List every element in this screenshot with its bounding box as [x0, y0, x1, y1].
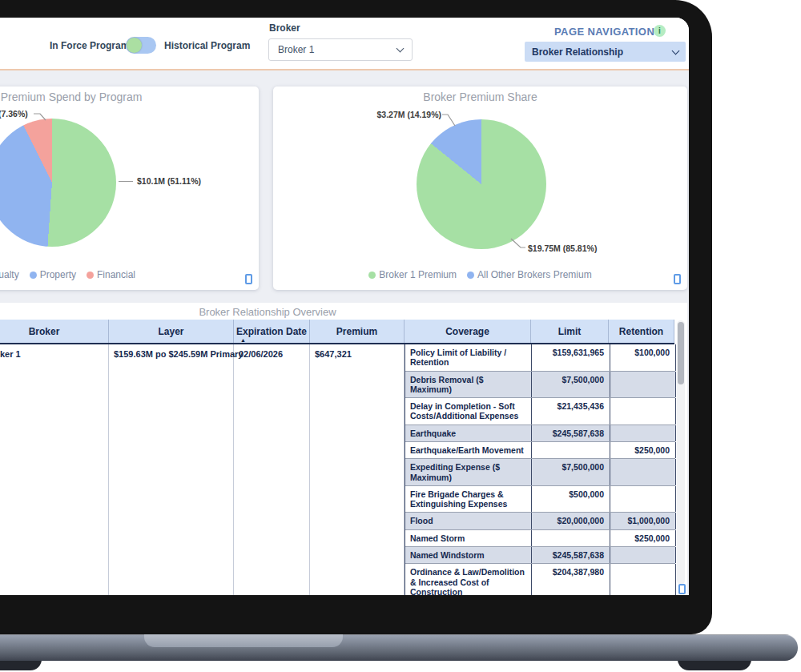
- legend-item[interactable]: Casualty: [0, 269, 19, 280]
- column-header-layer[interactable]: Layer: [109, 320, 234, 343]
- legend-item[interactable]: Broker 1 Premium: [368, 269, 457, 280]
- pie-slice-label: $10.1M (51.11%): [137, 176, 201, 186]
- page-navigation-dropdown[interactable]: Broker Relationship: [525, 42, 686, 62]
- broker-field-label: Broker: [269, 22, 300, 34]
- coverage-row: Earthquake/Earth Movement$250,000: [405, 442, 675, 459]
- column-header-broker[interactable]: Broker: [0, 320, 109, 343]
- program-toggle-knob[interactable]: [127, 38, 142, 53]
- coverage-row: Flood$20,000,000$1,000,000: [405, 513, 675, 529]
- retention-value: $250,000: [610, 530, 676, 546]
- coverage-name: Delay in Completion - Soft Costs/Additio…: [405, 398, 532, 425]
- retention-value: $100,000: [610, 344, 676, 371]
- coverage-name: Named Windstorm: [405, 547, 532, 563]
- chevron-down-icon: [396, 45, 405, 53]
- column-header-expiration-date[interactable]: Expiration Date ▲: [234, 320, 310, 343]
- coverage-row: Debris Removal ($ Maximum)$7,500,000: [405, 372, 675, 399]
- limit-value: [532, 442, 610, 458]
- coverage-row: Delay in Completion - Soft Costs/Additio…: [405, 398, 675, 425]
- chevron-down-icon: [672, 46, 680, 54]
- coverage-rows: Policy Limit of Liability / Retention$15…: [405, 344, 675, 595]
- legend-item[interactable]: Property: [30, 269, 76, 280]
- sort-asc-icon: ▲: [240, 337, 246, 343]
- program-toggle[interactable]: [126, 37, 156, 54]
- premium-share-card: Broker Premium Share $3.27M (14.19%) $19…: [273, 87, 687, 290]
- coverage-name: Fire Brigade Charges & Extinguishing Exp…: [405, 486, 532, 513]
- legend-label: Financial: [97, 269, 135, 280]
- layer-cell: $159.63M po $245.59M Primary: [109, 344, 234, 595]
- pie-slice-label: $19.75M (85.81%): [528, 243, 597, 253]
- coverage-name: Named Storm: [405, 530, 532, 546]
- broker-dropdown-value: Broker 1: [278, 44, 314, 55]
- legend-item[interactable]: All Other Brokers Premium: [467, 269, 592, 280]
- limit-value: [532, 530, 610, 546]
- coverage-row: Ordinance & Law/Demolition & Increased C…: [405, 564, 675, 595]
- legend-swatch: [30, 272, 37, 279]
- premium-spend-pie[interactable]: [0, 119, 116, 247]
- focus-mode-icon[interactable]: [674, 274, 681, 284]
- limit-value: $500,000: [532, 486, 610, 513]
- info-icon[interactable]: i: [654, 25, 666, 37]
- leader-line: [119, 181, 133, 182]
- page-navigation-title: PAGE NAVIGATION: [554, 26, 654, 38]
- coverage-row: Named Storm$250,000: [405, 530, 675, 547]
- broker-dropdown[interactable]: Broker 1: [268, 38, 413, 61]
- coverage-row: Named Windstorm$245,587,638: [405, 547, 675, 564]
- legend-label: Property: [40, 269, 76, 280]
- column-header-premium[interactable]: Premium: [310, 320, 405, 343]
- coverage-name: Ordinance & Law/Demolition & Increased C…: [405, 564, 532, 595]
- premium-share-pie[interactable]: [417, 119, 546, 249]
- expiration-date-cell: 02/06/2026: [234, 344, 310, 595]
- column-header-limit[interactable]: Limit: [531, 320, 609, 343]
- dashboard-screen: In Force Program Historical Program Brok…: [0, 18, 689, 595]
- historical-program-label: Historical Program: [164, 40, 250, 51]
- legend-label: All Other Brokers Premium: [477, 269, 592, 280]
- focus-mode-icon[interactable]: [245, 274, 252, 284]
- coverage-row: Earthquake$245,587,638: [405, 425, 675, 442]
- coverage-name: Earthquake/Earth Movement: [405, 442, 532, 458]
- leader-line: [510, 238, 526, 249]
- legend-swatch: [368, 272, 376, 279]
- retention-value: [610, 372, 676, 398]
- retention-value: $250,000: [610, 442, 676, 458]
- column-header-retention[interactable]: Retention: [609, 320, 674, 343]
- retention-value: [610, 564, 676, 595]
- chart-legend: Casualty Property Financial: [0, 269, 259, 280]
- coverage-name: Earthquake: [405, 425, 532, 441]
- coverage-row: Fire Brigade Charges & Extinguishing Exp…: [405, 486, 675, 513]
- legend-swatch: [467, 272, 474, 279]
- pie-slice-label: (7.36%): [0, 109, 28, 119]
- scrollbar-thumb[interactable]: [678, 322, 684, 384]
- table-title: Broker Relationship Overview: [0, 306, 555, 318]
- limit-value: $21,435,436: [532, 398, 610, 425]
- laptop-base: [0, 634, 798, 661]
- legend-swatch: [87, 272, 94, 279]
- limit-value: $20,000,000: [532, 513, 610, 529]
- legend-label: Casualty: [0, 269, 19, 280]
- retention-value: [610, 425, 676, 441]
- lid-open-notch: [144, 634, 343, 647]
- pie-slice-label: $3.27M (14.19%): [345, 110, 441, 119]
- coverage-row: Policy Limit of Liability / Retention$15…: [405, 344, 675, 372]
- column-header-coverage[interactable]: Coverage: [405, 320, 531, 343]
- limit-value: $245,587,638: [532, 425, 610, 441]
- premium-cell: $647,321: [310, 344, 405, 595]
- column-header-label: Expiration Date: [236, 326, 307, 337]
- page-navigation-value: Broker Relationship: [532, 46, 623, 58]
- retention-value: [610, 398, 676, 425]
- retention-value: [610, 486, 676, 513]
- in-force-program-label: In Force Program: [50, 40, 129, 51]
- coverage-name: Flood: [405, 513, 532, 529]
- premium-spend-card: Broker Premium Spend by Program (7.36%) …: [0, 87, 259, 290]
- chart-legend: Broker 1 Premium All Other Brokers Premi…: [273, 269, 687, 280]
- broker-relationship-table: Broker Relationship Overview Broker Laye…: [0, 303, 687, 595]
- coverage-name: Expediting Expense ($ Maximum): [405, 459, 532, 485]
- broker-cell: Broker 1: [0, 344, 109, 595]
- focus-mode-icon[interactable]: [678, 584, 686, 594]
- limit-value: $204,387,980: [532, 564, 610, 595]
- legend-item[interactable]: Financial: [87, 269, 135, 280]
- table-scrollbar[interactable]: [677, 320, 685, 585]
- limit-value: $7,500,000: [532, 372, 610, 398]
- coverage-name: Policy Limit of Liability / Retention: [405, 344, 532, 371]
- toolbar-divider: [0, 69, 689, 70]
- legend-label: Broker 1 Premium: [379, 269, 457, 280]
